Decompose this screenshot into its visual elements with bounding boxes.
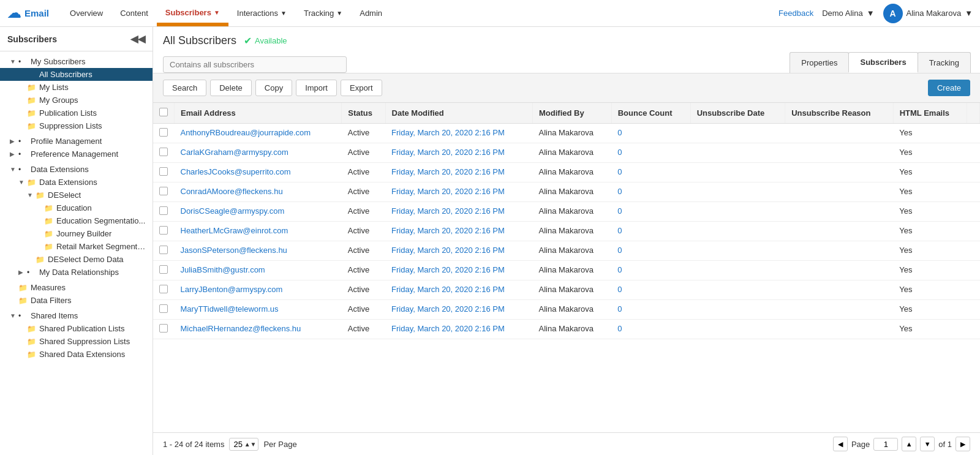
top-navigation: ☁ Email Overview Content Subscribers ▼ I… <box>0 0 980 27</box>
sidebar-item-my-subscribers[interactable]: ▼ • My Subscribers <box>0 55 153 68</box>
tab-subscribers[interactable]: Subscribers <box>848 52 918 73</box>
sidebar-item-shared-suppression-lists[interactable]: 📁 Shared Suppression Lists <box>0 335 153 348</box>
tab-properties[interactable]: Properties <box>790 52 849 73</box>
row-email[interactable]: ConradAMoore@fleckens.hu <box>175 182 342 202</box>
sidebar-item-preference-management[interactable]: ▶ • Preference Management <box>0 148 153 160</box>
sidebar-item-my-lists[interactable]: 📁 My Lists <box>0 81 153 94</box>
nav-interactions[interactable]: Interactions ▼ <box>228 0 295 26</box>
row-email[interactable]: LarryJBenton@armyspy.com <box>175 280 342 300</box>
row-bounce-count[interactable]: 0 <box>611 280 690 300</box>
row-bounce-count[interactable]: 0 <box>611 202 690 222</box>
sidebar-item-data-extensions-folder[interactable]: ▼ 📁 Data Extensions <box>0 176 153 189</box>
row-status: Active <box>342 261 385 280</box>
row-bounce-count[interactable]: 0 <box>611 182 690 202</box>
delete-button[interactable]: Delete <box>210 80 252 96</box>
row-select-checkbox[interactable] <box>159 187 168 195</box>
row-checkbox <box>153 222 175 241</box>
row-bounce-count[interactable]: 0 <box>611 222 690 241</box>
app-logo[interactable]: ☁ Email <box>7 6 49 21</box>
row-email[interactable]: HeatherLMcGraw@einrot.com <box>175 222 342 241</box>
export-button[interactable]: Export <box>341 80 382 96</box>
col-date-modified[interactable]: Date Modified <box>385 103 532 124</box>
row-email[interactable]: DorisCSeagle@armyspy.com <box>175 202 342 222</box>
demo-user-chevron-icon: ▼ <box>867 9 875 18</box>
sidebar-item-retail-market[interactable]: 📁 Retail Market Segmenta... <box>0 240 153 253</box>
col-unsubscribe-date[interactable]: Unsubscribe Date <box>690 103 785 124</box>
row-email[interactable]: AnthonyRBoudreau@jourrapide.com <box>175 124 342 143</box>
row-email[interactable]: JuliaBSmith@gustr.com <box>175 261 342 280</box>
feedback-link[interactable]: Feedback <box>778 9 813 18</box>
sidebar-item-measures[interactable]: 📁 Measures <box>0 281 153 294</box>
col-status[interactable]: Status <box>342 103 385 124</box>
nav-admin[interactable]: Admin <box>351 0 391 26</box>
last-page-button[interactable]: ▶ <box>956 437 970 451</box>
row-bounce-count[interactable]: 0 <box>611 143 690 163</box>
row-email[interactable]: CharlesJCooks@superrito.com <box>175 163 342 182</box>
sidebar-item-shared-data-extensions[interactable]: 📁 Shared Data Extensions <box>0 348 153 361</box>
row-select-checkbox[interactable] <box>159 167 168 176</box>
row-bounce-count[interactable]: 0 <box>611 124 690 143</box>
sidebar-item-education-segmentation[interactable]: 📁 Education Segmentatio... <box>0 214 153 227</box>
col-unsubscribe-reason[interactable]: Unsubscribe Reason <box>785 103 894 124</box>
tab-tracking[interactable]: Tracking <box>918 52 971 73</box>
row-bounce-count[interactable]: 0 <box>611 163 690 182</box>
row-bounce-count[interactable]: 0 <box>611 261 690 280</box>
nav-content[interactable]: Content <box>111 0 157 26</box>
sidebar-item-deselect[interactable]: ▼ 📁 DESelect <box>0 189 153 201</box>
row-email[interactable]: MichaelRHernandez@fleckens.hu <box>175 320 342 339</box>
row-bounce-count[interactable]: 0 <box>611 300 690 320</box>
sidebar-item-data-filters[interactable]: 📁 Data Filters <box>0 294 153 307</box>
row-email[interactable]: MaryTTidwell@teleworm.us <box>175 300 342 320</box>
row-email[interactable]: JasonSPeterson@fleckens.hu <box>175 241 342 261</box>
search-input-header[interactable] <box>163 56 347 73</box>
copy-button[interactable]: Copy <box>255 80 292 96</box>
import-button[interactable]: Import <box>296 80 337 96</box>
nav-overview[interactable]: Overview <box>61 0 111 26</box>
page-input[interactable] <box>873 438 898 451</box>
row-bounce-count[interactable]: 0 <box>611 241 690 261</box>
row-select-checkbox[interactable] <box>159 285 168 293</box>
search-button[interactable]: Search <box>163 80 206 96</box>
row-checkbox <box>153 143 175 163</box>
sidebar-collapse-button[interactable]: ◀◀ <box>130 33 145 45</box>
row-select-checkbox[interactable] <box>159 226 168 235</box>
row-select-checkbox[interactable] <box>159 128 168 137</box>
page-down-button[interactable]: ▼ <box>920 437 935 451</box>
first-page-button[interactable]: ◀ <box>833 437 848 451</box>
main-layout: Subscribers ◀◀ ▼ • My Subscribers All Su… <box>0 27 980 455</box>
row-select-checkbox[interactable] <box>159 148 168 156</box>
col-bounce-count[interactable]: Bounce Count <box>611 103 690 124</box>
nav-tracking[interactable]: Tracking ▼ <box>295 0 351 26</box>
sidebar-item-data-extensions-section[interactable]: ▼ • Data Extensions <box>0 163 153 176</box>
create-button[interactable]: Create <box>928 80 970 96</box>
row-email[interactable]: CarlaKGraham@armyspy.com <box>175 143 342 163</box>
sidebar-item-publication-lists[interactable]: 📁 Publication Lists <box>0 107 153 119</box>
sidebar-item-profile-management[interactable]: ▶ • Profile Management <box>0 135 153 148</box>
row-select-checkbox[interactable] <box>159 304 168 313</box>
sidebar-item-shared-publication-lists[interactable]: 📁 Shared Publication Lists <box>0 322 153 335</box>
user-profile-menu[interactable]: A Alina Makarova ▼ <box>883 4 973 23</box>
row-bounce-count[interactable]: 0 <box>611 320 690 339</box>
row-select-checkbox[interactable] <box>159 265 168 274</box>
sidebar-item-deselect-demo[interactable]: 📁 DESelect Demo Data <box>0 253 153 266</box>
page-up-button[interactable]: ▲ <box>902 437 916 451</box>
row-modified-by: Alina Makarova <box>532 300 611 320</box>
row-select-checkbox[interactable] <box>159 324 168 333</box>
col-html-emails[interactable]: HTML Emails <box>893 103 967 124</box>
col-email[interactable]: Email Address <box>175 103 342 124</box>
sidebar-item-shared-items[interactable]: ▼ • Shared Items <box>0 309 153 322</box>
sidebar-item-education[interactable]: 📁 Education <box>0 201 153 214</box>
select-all-checkbox[interactable] <box>159 108 168 116</box>
row-unsubscribe-date <box>690 182 785 202</box>
row-select-checkbox[interactable] <box>159 246 168 254</box>
sidebar-item-my-data-relationships[interactable]: ▶ • My Data Relationships <box>0 266 153 279</box>
row-select-checkbox[interactable] <box>159 206 168 215</box>
sidebar-item-journey-builder[interactable]: 📁 Journey Builder <box>0 227 153 240</box>
per-page-select[interactable]: 25 50 100 <box>229 438 258 451</box>
nav-subscribers[interactable]: Subscribers ▼ <box>157 0 228 26</box>
sidebar-item-my-groups[interactable]: 📁 My Groups <box>0 94 153 107</box>
sidebar-item-all-subscribers[interactable]: All Subscribers <box>0 68 153 81</box>
sidebar-item-suppression-lists[interactable]: 📁 Suppression Lists <box>0 119 153 132</box>
col-modified-by[interactable]: Modified By <box>532 103 611 124</box>
demo-user-menu[interactable]: Demo Alina ▼ <box>822 9 874 18</box>
